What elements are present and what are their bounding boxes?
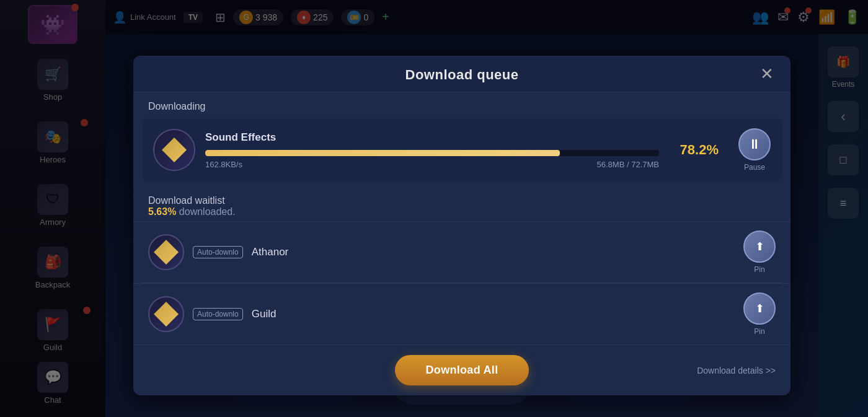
waitlist-downloaded-label: downloaded.	[179, 206, 236, 217]
downloading-section-label: Downloading	[133, 92, 790, 118]
waitlist-subtitle: 5.63% downloaded.	[148, 206, 776, 217]
pin-icon-1: ⬆	[755, 302, 764, 315]
waitlist-item-1: Auto-downlo Guild ⬆ Pin	[133, 283, 790, 345]
progress-meta: 162.8KB/s 56.8MB / 72.7MB	[205, 160, 659, 169]
waitlist-section: Download waitlist 5.63% downloaded.	[133, 187, 790, 221]
pause-button[interactable]: ⏸ Pause	[738, 128, 771, 172]
downloaded-size: 56.8MB	[597, 160, 625, 169]
download-details-link[interactable]: Download details >>	[697, 366, 776, 375]
active-download-item: Sound Effects 162.8KB/s 56.8MB / 72.7MB …	[142, 118, 782, 182]
auto-tag-0: Auto-downlo	[193, 246, 243, 258]
modal-title: Download queue	[405, 67, 519, 83]
pin-icon-0: ⬆	[755, 240, 764, 253]
waitlist-item-1-name: Guild	[252, 308, 735, 320]
auto-tag-1: Auto-downlo	[193, 308, 243, 320]
pin-label-0: Pin	[754, 265, 764, 274]
active-item-info: Sound Effects 162.8KB/s 56.8MB / 72.7MB	[205, 131, 659, 169]
waitlist-title: Download waitlist	[148, 195, 776, 206]
waitlist-item-0-diamond	[154, 240, 179, 265]
download-size: 56.8MB / 72.7MB	[597, 160, 660, 169]
modal-box: Download queue ✕ Downloading Sound Effec…	[133, 56, 790, 395]
pause-icon: ⏸	[748, 136, 761, 152]
pin-circle-1: ⬆	[743, 292, 776, 325]
waitlist-item-1-icon	[148, 296, 184, 332]
download-queue-modal: Download queue ✕ Downloading Sound Effec…	[105, 34, 818, 417]
modal-close-button[interactable]: ✕	[756, 63, 778, 85]
pause-label: Pause	[744, 163, 765, 172]
total-size: 72.7MB	[631, 160, 659, 169]
active-item-name: Sound Effects	[205, 131, 659, 144]
waitlist-item-0-icon	[148, 234, 184, 270]
pin-circle-0: ⬆	[743, 230, 776, 263]
progress-bar-fill	[205, 150, 560, 156]
modal-footer: Download All Download details >>	[133, 345, 790, 395]
modal-body: Downloading Sound Effects 162.8KB/s 56.8…	[133, 92, 790, 345]
progress-bar-wrap	[205, 150, 659, 156]
pin-button-0[interactable]: ⬆ Pin	[743, 230, 776, 274]
size-separator: /	[627, 160, 629, 169]
download-all-button[interactable]: Download All	[395, 355, 529, 385]
close-icon: ✕	[760, 64, 774, 84]
pin-label-1: Pin	[754, 327, 764, 336]
active-item-icon	[153, 129, 195, 171]
pin-button-1[interactable]: ⬆ Pin	[743, 292, 776, 336]
pause-circle: ⏸	[738, 128, 771, 160]
download-speed: 162.8KB/s	[205, 160, 242, 169]
waitlist-item-0-name: Athanor	[252, 246, 735, 258]
waitlist-percent: 5.63%	[148, 206, 176, 217]
active-item-diamond	[162, 138, 187, 162]
active-item-percent: 78.2%	[669, 142, 719, 158]
waitlist-item-1-diamond	[154, 302, 179, 327]
waitlist-item-0: Auto-downlo Athanor ⬆ Pin	[133, 221, 790, 283]
modal-header: Download queue ✕	[133, 56, 790, 92]
